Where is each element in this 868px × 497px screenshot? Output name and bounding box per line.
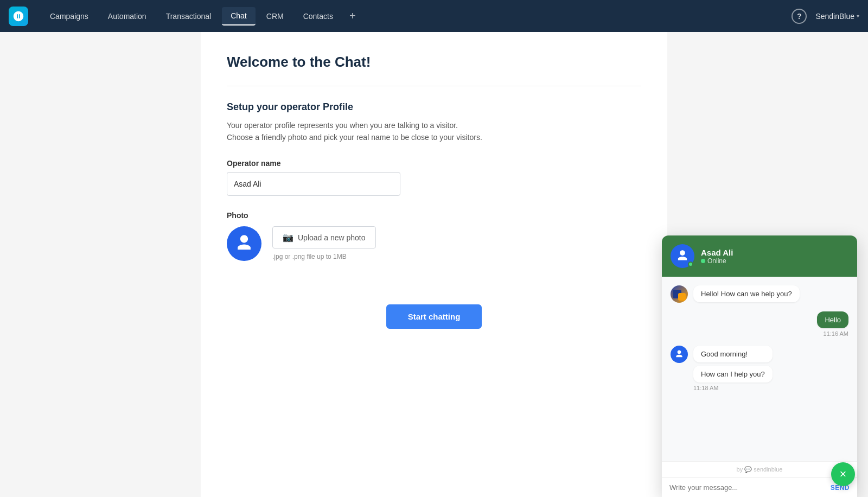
op-bubble-2: How can I help you? [693,366,773,383]
chat-messages: Hello! How can we help you? Hello 11:16 … [662,277,857,461]
photo-row: 📷 Upload a new photo .jpg or .png file u… [227,226,641,261]
chat-status: Online [701,257,848,265]
operator-name-input[interactable] [227,172,400,196]
chat-footer-brand: by 💬 sendinblue [662,461,857,477]
upload-section: 📷 Upload a new photo .jpg or .png file u… [272,226,376,260]
page-title: Welcome to the Chat! [227,54,641,71]
nav-automation[interactable]: Automation [99,8,155,25]
message-1: Hello! How can we help you? [671,285,848,303]
upload-photo-button[interactable]: 📷 Upload a new photo [272,226,376,248]
nav-contacts[interactable]: Contacts [295,8,342,25]
chat-status-text: Online [707,257,726,265]
nav-add-button[interactable]: + [344,8,361,24]
user-name: SendinBlue [815,12,854,21]
op-msg-group: Good morning! How can I help you? 11:18 … [693,346,773,391]
divider [227,86,641,86]
section-title: Setup your operator Profile [227,101,641,113]
bot-avatar [671,285,688,303]
user-menu[interactable]: SendinBlue ▾ [815,12,859,21]
help-button[interactable]: ? [792,9,807,24]
message-3: Good morning! How can I help you? 11:18 … [671,346,848,391]
bot-logo-icon [673,288,686,301]
description-line1: Your operator profile represents you whe… [227,119,641,131]
chat-operator-name: Asad Ali [701,248,848,257]
camera-icon: 📷 [283,232,293,243]
nav-transactional[interactable]: Transactional [157,8,220,25]
svg-point-0 [242,237,246,240]
message-2: Hello 11:16 AM [671,311,848,337]
op-msg-time: 11:18 AM [693,385,773,391]
user-msg-group: Hello 11:16 AM [817,311,848,337]
close-icon: × [840,468,847,480]
nav-campaigns[interactable]: Campaigns [41,8,97,25]
photo-section: Photo 📷 Upload a new photo .jpg or .png … [227,211,641,261]
user-bubble: Hello [817,311,848,328]
brand-logo[interactable] [9,7,28,26]
chat-input-row: SEND [662,477,857,497]
op-bubble-1: Good morning! [693,346,773,362]
operator-avatar [227,226,261,261]
start-chatting-button[interactable]: Start chatting [386,304,482,329]
photo-label: Photo [227,211,641,220]
user-chevron-icon: ▾ [857,13,859,19]
bot-bubble: Hello! How can we help you? [693,285,800,302]
chat-widget: Asad Ali Online Hello! How can we help y… [662,235,857,497]
chat-header: Asad Ali Online [662,235,857,277]
chat-header-info: Asad Ali Online [701,248,848,265]
brand-name-text: sendinblue [754,466,782,473]
chat-message-input[interactable] [669,483,826,492]
brand-by-text: by [737,466,743,473]
description-line2: Choose a friendly photo and pick your re… [227,131,641,143]
status-dot [701,259,705,263]
online-indicator [688,262,693,267]
close-chat-fab[interactable]: × [831,462,855,486]
nav-items: Campaigns Automation Transactional Chat … [41,7,792,26]
op-avatar-2 [671,346,688,363]
chat-operator-avatar [671,244,694,268]
main-content: Welcome to the Chat! Setup your operator… [201,32,667,497]
nav-chat[interactable]: Chat [222,7,256,26]
start-btn-container: Start chatting [227,304,641,351]
description: Your operator profile represents you whe… [227,119,641,144]
nav-right: ? SendinBlue ▾ [792,9,859,24]
navbar: Campaigns Automation Transactional Chat … [0,0,868,32]
photo-hint: .jpg or .png file up to 1MB [272,253,376,260]
upload-btn-label: Upload a new photo [298,233,366,242]
nav-crm[interactable]: CRM [258,8,292,25]
operator-name-label: Operator name [227,159,641,168]
user-msg-time: 11:16 AM [817,330,848,337]
